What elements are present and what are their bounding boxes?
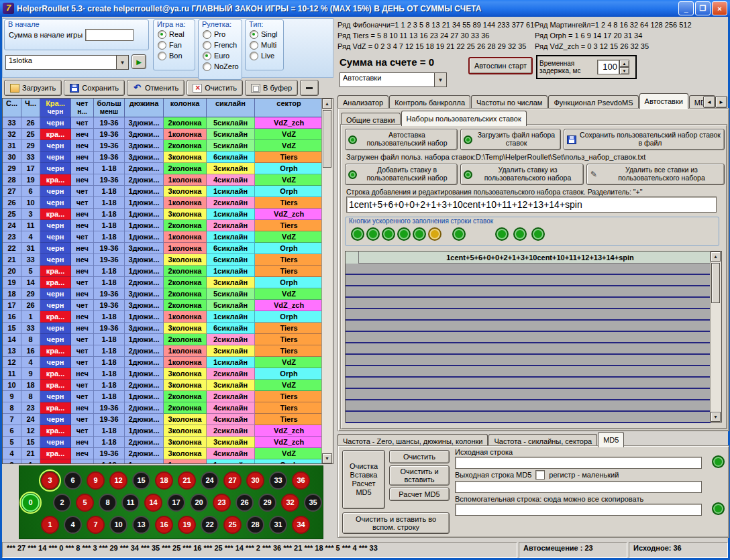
list-row[interactable] — [346, 355, 711, 366]
board-number-21[interactable]: 21 — [178, 471, 196, 490]
board-number-14[interactable]: 14 — [144, 494, 162, 512]
quick-chip-button-4[interactable] — [397, 227, 411, 241]
list-row[interactable] — [346, 400, 711, 412]
history-row[interactable]: 612кра...чет1-181дюжи...3колонка2сиклайн… — [3, 425, 323, 437]
board-number-6[interactable]: 6 — [64, 471, 82, 490]
list-row[interactable] — [346, 275, 711, 286]
quick-chip-button-5[interactable] — [413, 227, 426, 241]
md5-output-input[interactable] — [455, 481, 702, 493]
board-number-28[interactable]: 28 — [246, 516, 264, 534]
main-tab-4[interactable]: Функционал PsevdoMS — [548, 95, 638, 109]
autospin-start-button[interactable]: Автоспин старт — [468, 57, 533, 74]
board-number-0[interactable]: 0 — [21, 494, 40, 512]
board-number-35[interactable]: 35 — [304, 494, 322, 512]
autobets-select[interactable]: Автоставки ▼ — [340, 72, 447, 87]
board-number-20[interactable]: 20 — [190, 494, 208, 512]
board-number-1[interactable]: 1 — [41, 516, 59, 534]
scroll-up-icon[interactable]: ▲ — [322, 99, 332, 109]
scroll-down-icon[interactable]: ▼ — [322, 453, 332, 463]
history-row[interactable]: 1726чернчет19-363дюжи...2колонка5сиклайн… — [3, 300, 323, 311]
start-sum-input[interactable] — [85, 29, 134, 41]
slot-select[interactable]: 1slotka ▼ — [5, 55, 129, 70]
list-row[interactable] — [346, 366, 711, 378]
board-number-26[interactable]: 26 — [236, 494, 254, 512]
board-number-11[interactable]: 11 — [121, 494, 140, 512]
quick-chip-button-3[interactable] — [382, 227, 395, 241]
history-row[interactable]: 161кра...неч1-181дюжи...1колонка1сиклайн… — [3, 311, 323, 323]
quick-chip-button-2[interactable] — [366, 227, 380, 241]
scroll-up-icon[interactable]: ▲ — [711, 251, 721, 262]
play-button[interactable]: ▶ — [132, 54, 146, 69]
quick-chip-button-6[interactable] — [428, 227, 441, 241]
history-row[interactable]: 98чернчет1-181дюжи...2колонка2сиклайнTie… — [3, 391, 323, 402]
board-number-10[interactable]: 10 — [109, 516, 127, 534]
list-row[interactable] — [346, 378, 711, 389]
list-row[interactable] — [346, 264, 711, 275]
history-row[interactable]: 1914кра...чет1-182дюжи...2колонка3сиклай… — [3, 277, 323, 288]
list-row[interactable] — [346, 298, 711, 309]
list-row[interactable] — [346, 309, 711, 321]
history-row[interactable]: 1316кра...чет1-182дюжи...1колонка3сиклай… — [3, 345, 323, 357]
board-number-17[interactable]: 17 — [167, 494, 185, 512]
radio-option-pro[interactable]: Pro — [203, 29, 239, 40]
minus-button[interactable] — [300, 80, 319, 96]
board-number-2[interactable]: 2 — [53, 494, 71, 512]
radio-option-fan[interactable]: Fan — [158, 40, 192, 50]
board-number-34[interactable]: 34 — [292, 516, 310, 534]
history-row[interactable]: 1533черннеч19-363дюжи...3колонка6сиклайн… — [3, 323, 323, 334]
add-bet-button[interactable]: Добавить ставку в пользовательский набор — [345, 164, 458, 185]
radio-option-nozero[interactable]: NoZero — [203, 61, 239, 72]
list-row[interactable] — [346, 389, 711, 400]
radio-option-euro[interactable]: Euro — [203, 50, 239, 61]
bet-string-input[interactable] — [346, 197, 717, 213]
md5-clear-paste-aux-button[interactable]: Очистить и вставить во вспом. строку — [342, 512, 450, 534]
save-button[interactable]: Сохранить — [64, 80, 125, 96]
remove-all-bets-button[interactable]: Удалить все ставки из пользовательского … — [586, 164, 725, 185]
md5-calc-button[interactable]: Расчет MD5 — [389, 488, 450, 501]
board-number-12[interactable]: 12 — [109, 471, 127, 490]
history-row[interactable]: 276чернчет1-181дюжи...3колонка1сиклайнOr… — [3, 186, 323, 197]
scrollbar-thumb[interactable] — [323, 110, 331, 168]
radio-option-live[interactable]: Live — [250, 50, 280, 61]
board-number-36[interactable]: 36 — [292, 471, 310, 490]
to-buffer-button[interactable]: В буфер — [245, 80, 298, 96]
history-row[interactable]: 31кра...неч1-181дюжи...1колонка1сиклайнO… — [3, 459, 323, 464]
main-tab-1[interactable]: Анализатор — [337, 95, 388, 109]
quick-chip-button-1[interactable] — [351, 227, 364, 241]
board-number-8[interactable]: 8 — [99, 494, 117, 512]
history-row[interactable]: 148чернчет1-181дюжи...2колонка2сиклайнTi… — [3, 334, 323, 345]
board-number-7[interactable]: 7 — [87, 516, 105, 534]
md5-clear-button[interactable]: Очистить — [389, 450, 450, 463]
freq-tab-3[interactable]: MD5 — [598, 432, 624, 447]
list-row[interactable] — [346, 286, 711, 298]
main-tab-5[interactable]: Автоставки — [639, 93, 688, 109]
spinner-up-icon[interactable]: ▲ — [619, 60, 629, 67]
board-number-25[interactable]: 25 — [223, 516, 242, 534]
history-row[interactable]: 2917черннеч1-182дюжи...2колонка3сиклайнO… — [3, 163, 323, 174]
history-row[interactable]: 724чернчет19-362дюжи...3колонка4сиклайнT… — [3, 414, 323, 425]
history-row[interactable]: 119кра...неч1-181дюжи...3колонка2сиклайн… — [3, 368, 323, 380]
titlebar[interactable]: 7 HelperRoullet 5.3- create helperroulle… — [0, 0, 730, 17]
radio-option-real[interactable]: Real — [158, 29, 192, 40]
main-tab-2[interactable]: Контроль банкролла — [389, 95, 470, 109]
source-string-input[interactable] — [455, 457, 702, 469]
quick-chip-button-8[interactable] — [495, 227, 509, 241]
history-row[interactable]: 3225кра...неч19-363дюжи...1колонка5сикла… — [3, 129, 323, 140]
board-number-16[interactable]: 16 — [155, 516, 173, 534]
chevron-down-icon[interactable]: ▼ — [434, 73, 446, 87]
remove-bet-button[interactable]: Удалить ставку из пользовательского набо… — [460, 164, 584, 185]
history-row[interactable]: 253кра...неч1-181дюжи...3колонка1сиклайн… — [3, 209, 323, 220]
history-row[interactable]: 3033черннеч19-363дюжи...3колонка6сиклайн… — [3, 152, 323, 163]
clear-button[interactable]: Очистить — [187, 80, 243, 96]
table-scrollbar[interactable]: ▲ ▼ — [321, 99, 333, 463]
list-row[interactable] — [346, 321, 711, 332]
board-number-19[interactable]: 19 — [178, 516, 196, 534]
minimize-button[interactable]: _ — [678, 1, 694, 15]
radio-option-multi[interactable]: Multi — [250, 40, 280, 50]
main-tab-3[interactable]: Частоты по числам — [471, 95, 548, 109]
history-row[interactable]: 234чернчет1-181дюжи...1колонка1сиклайнVd… — [3, 231, 323, 243]
load-set-file-button[interactable]: Загрузить файл набора ставок — [460, 129, 561, 150]
board-number-32[interactable]: 32 — [281, 494, 299, 512]
md5-clear-paste-calc-button[interactable]: Очистка Вставка Расчет MD5 — [342, 450, 385, 509]
list-row[interactable] — [346, 412, 711, 423]
